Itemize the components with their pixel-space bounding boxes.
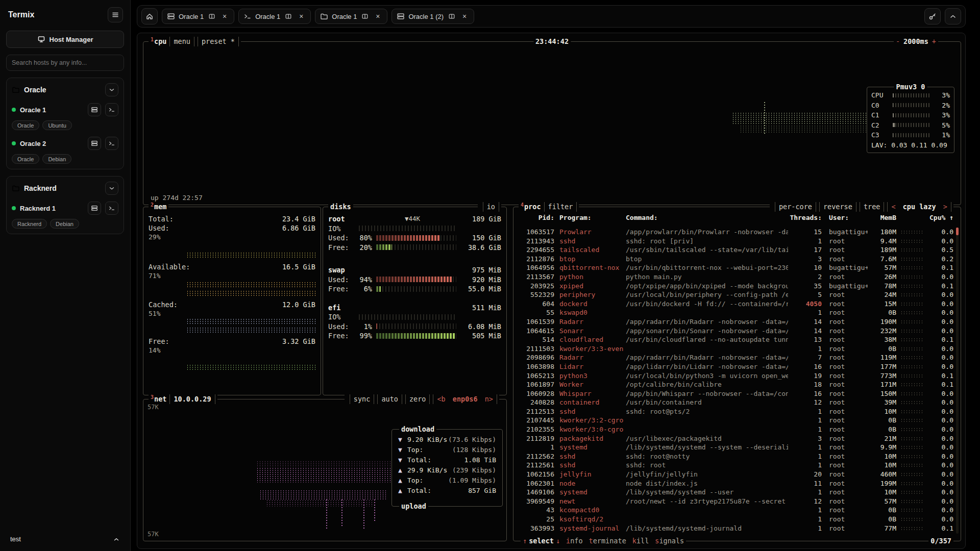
process-row[interactable]: 1064615 Sonarr /app/sonarr/bin/Sonarr -n…: [517, 327, 953, 336]
tab-close-button[interactable]: ×: [373, 12, 382, 21]
host-terminal-button[interactable]: [105, 202, 118, 215]
process-row[interactable]: 1064956 qbittorrent-nox /usr/bin/qbittor…: [517, 263, 953, 272]
host-row-racknerd-1[interactable]: Racknerd 1: [12, 202, 118, 215]
process-row[interactable]: 2113567 python python main.py 2 root 26M…: [517, 272, 953, 282]
select-up-icon[interactable]: ↑: [523, 536, 527, 546]
net-zero-button[interactable]: zero: [405, 394, 430, 404]
process-row[interactable]: 552329 periphery /usr/local/bin/peripher…: [517, 290, 953, 299]
tab-split-button[interactable]: [284, 12, 293, 21]
process-row[interactable]: 2102355 kworker/3:0-cgro 1 root 0B 0.0: [517, 425, 953, 434]
proc-info-button[interactable]: info: [566, 536, 583, 546]
process-row[interactable]: 1062301 node node dist/index.js 11 root …: [517, 479, 953, 488]
process-row[interactable]: 1060928 Whisparr /app/bin/Whisparr --nob…: [517, 389, 953, 398]
proc-select-button[interactable]: select: [529, 536, 554, 546]
proc-signals-button[interactable]: signals: [655, 536, 684, 546]
sort-selector[interactable]: < cpu lazy >: [887, 202, 951, 212]
sort-next-icon[interactable]: >: [943, 203, 947, 211]
select-down-icon[interactable]: ↓: [556, 536, 560, 546]
home-button[interactable]: [141, 8, 158, 24]
folder-header[interactable]: Racknerd: [12, 182, 118, 195]
collapse-tabbar-button[interactable]: [945, 8, 961, 24]
process-row[interactable]: 2107445 kworker/3:2-cgro 1 root 0B 0.0: [517, 416, 953, 425]
tab-split-button[interactable]: [360, 12, 370, 21]
process-row[interactable]: 514 cloudflared /usr/bin/cloudflared --n…: [517, 335, 953, 344]
tab-split-button[interactable]: [447, 12, 456, 21]
process-row[interactable]: 2112561 sshd sshd: root 1 root 10M 0.0: [517, 461, 953, 470]
admin-tools-button[interactable]: [924, 8, 941, 24]
process-scrollbar-thumb[interactable]: [956, 228, 959, 235]
host-connect-button[interactable]: [88, 137, 101, 150]
tab-oracle-1-files[interactable]: Oracle 1 ×: [315, 9, 387, 24]
process-row[interactable]: 43 kcompactd0 1 root 0B 0.0: [517, 506, 953, 515]
folder-header[interactable]: Oracle: [12, 83, 118, 96]
process-row[interactable]: 1065213 python3 /usr/local/bin/python3 -…: [517, 371, 953, 381]
tree-button[interactable]: tree: [860, 202, 885, 212]
process-scrollbar[interactable]: [956, 228, 959, 534]
process-row[interactable]: 2112819 packagekitd /usr/libexec/package…: [517, 434, 953, 443]
preset-button[interactable]: preset *: [198, 37, 239, 46]
tab-oracle-1-2-server[interactable]: Oracle 1 (2) ×: [391, 9, 474, 24]
tab-oracle-1-server[interactable]: Oracle 1 ×: [162, 9, 234, 24]
process-row[interactable]: 363993 systemd-journal /lib/systemd/syst…: [517, 524, 953, 533]
process-row[interactable]: 2112876 btop btop 3 root 7.6M 0.2: [517, 255, 953, 264]
process-row[interactable]: 1063517 Prowlarr /app/prowlarr/bin/Prowl…: [517, 228, 953, 237]
io-mode-button[interactable]: io: [483, 202, 499, 212]
process-row[interactable]: 25 ksoftirqd/2 1 root 0B 0.0: [517, 515, 953, 524]
process-user: root: [822, 506, 868, 515]
terminal-view[interactable]: 1 cpu menu preset * 23:44:42 - 2000ms + …: [137, 33, 966, 549]
tab-oracle-1-terminal[interactable]: Oracle 1 ×: [238, 9, 311, 24]
process-row[interactable]: 2112562 sshd sshd: root@notty 1 root 10M…: [517, 452, 953, 461]
process-row[interactable]: 203925 xpiped /opt/xpipe/app/bin/xpiped …: [517, 282, 953, 291]
folder-name: Oracle: [24, 86, 101, 94]
iface-prev-button[interactable]: <b: [437, 395, 445, 403]
interval-decrease-button[interactable]: -: [896, 37, 900, 46]
host-connect-button[interactable]: [88, 202, 101, 215]
host-row-oracle-1[interactable]: Oracle 1: [12, 103, 118, 116]
tab-close-button[interactable]: ×: [297, 12, 306, 21]
process-row[interactable]: 240828 containerd /usr/bin/containerd 12…: [517, 398, 953, 407]
process-row[interactable]: 604 dockerd /usr/bin/dockerd -H fd:// --…: [517, 299, 953, 309]
process-row[interactable]: 1 systemd /lib/systemd/systemd --system …: [517, 443, 953, 452]
process-row[interactable]: 2113943 sshd sshd: root [priv] 1 root 9.…: [517, 237, 953, 246]
sidebar-footer-toggle[interactable]: test: [6, 531, 124, 547]
process-row[interactable]: 1063898 Lidarr /app/lidarr/bin/Lidarr -n…: [517, 362, 953, 371]
host-row-oracle-2[interactable]: Oracle 2: [12, 137, 118, 150]
net-auto-button[interactable]: auto: [377, 394, 402, 404]
sort-prev-icon[interactable]: <: [891, 203, 895, 211]
process-row[interactable]: 1062156 jellyfin /jellyfin/jellyfin 20 r…: [517, 470, 953, 479]
net-sync-button[interactable]: sync: [350, 394, 375, 404]
process-row[interactable]: 3969549 newt /root/newt --id z3rtyep2175…: [517, 497, 953, 506]
process-row[interactable]: 2111503 kworker/3:3-even 1 root 0B 0.0: [517, 344, 953, 354]
host-terminal-button[interactable]: [105, 137, 118, 150]
proc-terminate-button[interactable]: terminate: [589, 536, 626, 546]
filter-button[interactable]: filter: [544, 202, 577, 212]
process-row[interactable]: 2098696 Radarr /app/radarr/bin/Radarr -n…: [517, 353, 953, 362]
process-user: root: [822, 255, 868, 264]
reverse-button[interactable]: reverse: [819, 202, 856, 212]
tab-split-button[interactable]: [207, 12, 216, 21]
folder-collapse-button[interactable]: [105, 182, 118, 195]
menu-button[interactable]: menu: [169, 37, 194, 46]
process-row[interactable]: 2112513 sshd sshd: root@pts/2 1 root 10M…: [517, 407, 953, 416]
folder-collapse-button[interactable]: [105, 83, 118, 96]
per-core-button[interactable]: per-core: [775, 202, 816, 212]
process-row[interactable]: 1469106 systemd /lib/systemd/systemd --u…: [517, 488, 953, 497]
process-row[interactable]: 1061539 Radarr /app/radarr/bin/Radarr -n…: [517, 317, 953, 327]
process-pid: 43: [517, 506, 554, 515]
process-row[interactable]: 1061897 Worker /opt/calibre/bin/calibre …: [517, 380, 953, 389]
sidebar-menu-button[interactable]: [108, 7, 123, 22]
process-table-header[interactable]: Pid: Program: Command: Threads: User: Me…: [517, 213, 953, 222]
host-terminal-button[interactable]: [105, 103, 118, 116]
iface-next-button[interactable]: n>: [485, 395, 493, 403]
host-connect-button[interactable]: [88, 103, 101, 116]
process-row[interactable]: 55 kswapd0 1 root 0B 0.0: [517, 308, 953, 317]
process-user: root: [822, 317, 868, 327]
search-input[interactable]: [6, 55, 124, 71]
tab-close-button[interactable]: ×: [460, 12, 469, 21]
process-row[interactable]: 2294655 tailscaled /usr/sbin/tailscaled …: [517, 245, 953, 255]
interval-increase-button[interactable]: +: [932, 37, 936, 46]
host-manager-button[interactable]: Host Manager: [6, 31, 124, 48]
proc-kill-button[interactable]: kill: [632, 536, 649, 546]
server-icon: [91, 140, 98, 147]
tab-close-button[interactable]: ×: [220, 12, 229, 21]
